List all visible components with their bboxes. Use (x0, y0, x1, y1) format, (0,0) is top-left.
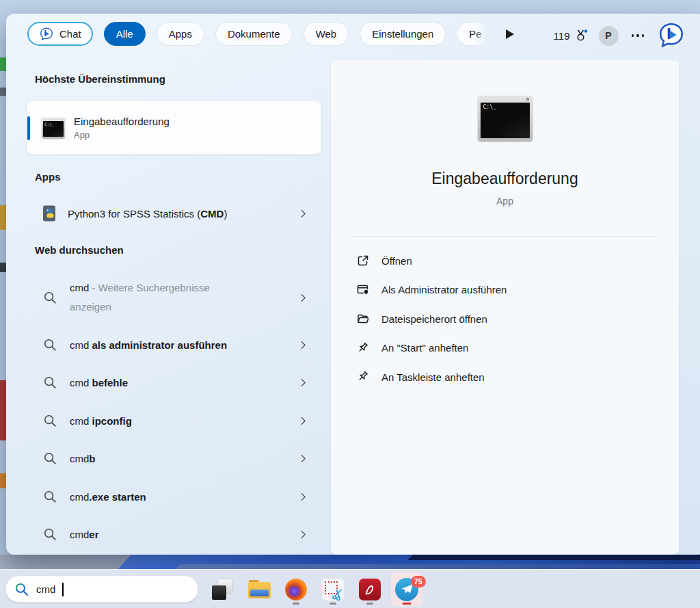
text-cursor (62, 583, 64, 596)
chat-tab-label: Chat (59, 28, 81, 40)
desktop-edge-yellow (0, 205, 6, 230)
search-filter-bar: Chat Alle Apps Dokumente Web Einstellung… (27, 22, 514, 46)
tab-personen[interactable]: Pe (457, 22, 488, 46)
pin-icon (356, 341, 370, 355)
search-icon (43, 414, 57, 428)
cmd-app-icon: C:\_ (42, 118, 65, 138)
suggestion-text: cmd befehle (70, 377, 128, 388)
snipping-tool-icon (321, 578, 345, 601)
suggestion-text: cmd - Weitere Suchergebnisse anzeigen (70, 278, 241, 317)
chevron-right-icon (298, 453, 308, 464)
suggestion-text: cmd.exe starten (70, 491, 146, 503)
suggestion-text: cmd als administrator ausführen (70, 339, 227, 351)
web-suggestion[interactable]: cmd befehle (27, 371, 322, 394)
tab-web[interactable]: Web (304, 22, 349, 46)
running-indicator (329, 603, 336, 605)
windows-search-screen: { "filter_bar": { "chat_label": "Chat", … (0, 0, 700, 608)
search-icon (43, 375, 57, 390)
app-result-label: Python3 for SPSS Statistics (CMD) (68, 208, 227, 220)
web-suggestion[interactable]: cmder (27, 523, 322, 546)
taskbar-file-explorer[interactable] (243, 572, 275, 606)
taskbar-snipping-tool[interactable] (317, 572, 349, 606)
app-result-python[interactable]: Python3 for SPSS Statistics (CMD) (27, 199, 322, 228)
action-open[interactable]: Öffnen (356, 246, 658, 276)
action-open-file-location[interactable]: Dateispeicherort öffnen (356, 304, 658, 334)
best-match-result[interactable]: C:\_ Eingabeaufforderung App (27, 101, 321, 155)
notification-badge: 75 (411, 576, 426, 587)
bing-chat-icon (39, 27, 54, 42)
chevron-right-icon (298, 416, 308, 426)
taskbar-app-squares[interactable] (206, 572, 238, 606)
web-suggestion[interactable]: cmdb (27, 447, 322, 470)
account-avatar[interactable]: P (599, 26, 619, 46)
action-pin-to-start[interactable]: An "Start" anheften (356, 334, 658, 363)
selection-accent-bar (27, 116, 30, 140)
best-match-title: Eingabeaufforderung (74, 116, 170, 127)
taskbar-telegram[interactable]: 75 (391, 572, 422, 606)
search-flyout-panel: Chat Alle Apps Dokumente Web Einstellung… (6, 14, 700, 555)
taskbar-firefox[interactable] (280, 572, 312, 606)
search-icon (43, 490, 57, 504)
tabs-scroll-right-icon[interactable] (506, 29, 514, 39)
file-explorer-icon (248, 580, 271, 598)
python-file-icon (40, 204, 58, 222)
action-run-as-admin[interactable]: Als Administrator ausführen (356, 276, 658, 305)
web-suggestion[interactable]: cmd.exe starten (27, 485, 322, 508)
taskbar-search-input[interactable]: cmd (5, 576, 198, 603)
action-pin-to-taskbar[interactable]: An Taskleiste anheften (356, 362, 658, 392)
rewards-counter[interactable]: 119 (554, 28, 589, 43)
preview-pane: C:\_ Eingabeaufforderung App Öffnen Als … (331, 60, 679, 555)
suggestion-text: cmder (70, 529, 99, 540)
wallpaper-ribbon-dark (407, 555, 700, 560)
suggestion-text: cmd ipconfig (70, 415, 132, 427)
squares-app-icon (212, 579, 232, 600)
tab-einstellungen[interactable]: Einstellungen (360, 22, 446, 46)
chevron-right-icon (298, 340, 308, 350)
admin-shield-icon (356, 283, 370, 297)
web-suggestion[interactable]: cmd - Weitere Suchergebnisse anzeigen (27, 276, 322, 319)
cmd-app-icon-large: C:\_ (478, 96, 533, 141)
more-options-icon[interactable] (629, 31, 647, 40)
firefox-icon (285, 579, 307, 600)
taskbar: cmd 75 (0, 569, 700, 608)
suggestion-text: cmdb (70, 453, 96, 464)
running-indicator (293, 603, 299, 605)
desktop-wallpaper-strip (0, 555, 700, 569)
desktop-edge-dark (0, 263, 6, 272)
taskbar-icons: 75 (206, 572, 422, 606)
chevron-right-icon (298, 293, 308, 303)
search-icon (43, 291, 57, 305)
search-icon (43, 527, 57, 542)
preview-actions: Öffnen Als Administrator ausführen Datei… (356, 246, 658, 392)
taskbar-acrobat[interactable] (354, 572, 386, 606)
search-icon (14, 582, 29, 597)
web-suggestion[interactable]: cmd ipconfig (27, 409, 322, 432)
chevron-right-icon (298, 209, 308, 219)
acrobat-icon (359, 579, 381, 600)
telegram-icon: 75 (395, 578, 418, 601)
chevron-right-icon (298, 529, 308, 540)
best-match-header: Höchste Übereinstimmung (35, 73, 165, 85)
desktop-edge-gray (0, 88, 6, 96)
tab-apps[interactable]: Apps (157, 22, 204, 46)
search-query-text: cmd (36, 583, 55, 595)
running-indicator (366, 603, 373, 605)
bing-icon[interactable] (657, 21, 686, 50)
web-suggestion[interactable]: cmd als administrator ausführen (27, 333, 322, 356)
web-search-header: Web durchsuchen (35, 244, 124, 256)
apps-header: Apps (35, 171, 61, 183)
chevron-right-icon (298, 492, 308, 502)
wallpaper-ribbon-bottom (176, 564, 700, 569)
desktop-edge-green (0, 57, 6, 71)
tab-dokumente[interactable]: Dokumente (215, 22, 293, 46)
preview-title: Eingabeaufforderung (331, 170, 679, 188)
preview-divider (351, 236, 658, 237)
best-match-type: App (74, 130, 170, 140)
desktop-edge-orange (0, 473, 6, 488)
chat-tab[interactable]: Chat (27, 22, 93, 46)
pin-icon (356, 370, 370, 384)
search-icon (43, 451, 57, 466)
tab-alle[interactable]: Alle (104, 22, 146, 46)
search-icon (43, 338, 57, 352)
attention-indicator (403, 603, 412, 605)
